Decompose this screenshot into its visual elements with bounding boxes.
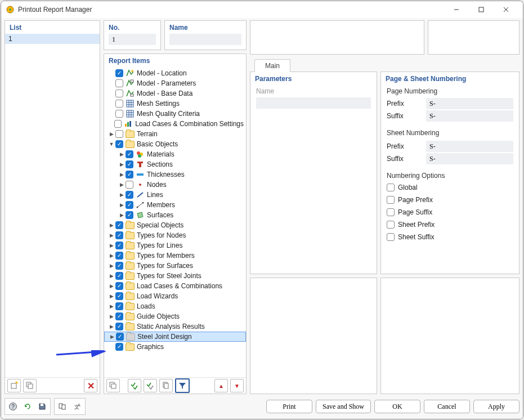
tree-caret[interactable]: ▶	[118, 162, 126, 167]
tree-caret[interactable]: ▶	[108, 303, 115, 309]
tree-row[interactable]: ▶Thicknesses	[104, 169, 246, 180]
tree-checkbox[interactable]	[126, 181, 133, 189]
list-item[interactable]: 1	[5, 34, 100, 44]
tree-checkbox[interactable]	[126, 171, 133, 178]
tree-row[interactable]: ▶Members	[104, 200, 246, 210]
delete-item-button[interactable]: ✕	[84, 379, 97, 392]
tree-row[interactable]: ▶Loads	[104, 301, 246, 311]
tree-row[interactable]: ▶Static Analysis Results	[104, 321, 246, 332]
tree-row[interactable]: ▶Types for Surfaces	[104, 261, 246, 271]
tree-caret[interactable]: ▶	[108, 314, 115, 319]
tree-caret[interactable]: ▶	[118, 212, 126, 218]
apply-button[interactable]: Apply	[473, 400, 519, 413]
minimize-button[interactable]	[444, 1, 469, 18]
duplicate-button[interactable]	[159, 379, 173, 392]
tree-row[interactable]: Mesh Quality Criteria	[104, 109, 246, 119]
tree-caret[interactable]: ▶	[108, 334, 116, 339]
page-suffix-field[interactable]	[426, 110, 513, 122]
tree-checkbox[interactable]	[115, 140, 123, 148]
save-button[interactable]	[35, 400, 49, 413]
copy-item-button[interactable]	[23, 379, 37, 392]
tree-row[interactable]: ▶Nodes	[104, 180, 246, 190]
cancel-button[interactable]: Cancel	[424, 400, 470, 413]
settings-pages-button[interactable]	[56, 400, 69, 413]
opt-sheet-suffix[interactable]: Sheet Suffix	[387, 231, 513, 243]
tree-checkbox[interactable]	[115, 323, 123, 330]
tree-caret[interactable]: ▶	[118, 192, 126, 198]
move-down-button[interactable]: ▼	[230, 379, 244, 392]
help-button[interactable]: ?	[6, 400, 20, 413]
report-items-tree[interactable]: Model - LocationModel - ParametersModel …	[104, 67, 246, 377]
tree-row[interactable]: ▶Special Objects	[104, 220, 246, 230]
tree-caret[interactable]: ▶	[108, 324, 115, 329]
tree-checkbox[interactable]	[115, 242, 123, 249]
tree-checkbox[interactable]	[115, 302, 123, 310]
tree-row[interactable]: Mesh Settings	[104, 99, 246, 109]
close-button[interactable]	[494, 1, 518, 18]
tree-checkbox[interactable]	[126, 201, 133, 209]
tree-row[interactable]: ▶Load Wizards	[104, 291, 246, 301]
print-button[interactable]: Print	[266, 400, 312, 413]
tree-row[interactable]: ▶Types for Nodes	[104, 230, 246, 240]
tree-row[interactable]: ▶Types for Members	[104, 251, 246, 261]
tree-checkbox[interactable]	[115, 272, 123, 280]
tree-checkbox[interactable]	[115, 110, 123, 118]
tree-checkbox[interactable]	[115, 79, 123, 87]
tree-caret[interactable]: ▶	[118, 182, 126, 187]
tree-checkbox[interactable]	[115, 130, 123, 138]
tree-checkbox[interactable]	[126, 160, 133, 168]
tree-checkbox[interactable]	[115, 90, 123, 97]
tree-checkbox[interactable]	[115, 69, 123, 77]
language-button[interactable]: 文A	[70, 400, 84, 413]
tab-main[interactable]: Main	[254, 59, 290, 72]
tree-caret[interactable]: ▶	[108, 263, 115, 269]
opt-page-prefix[interactable]: Page Prefix	[387, 194, 513, 205]
tree-caret[interactable]: ▶	[108, 273, 115, 279]
tree-checkbox[interactable]	[115, 282, 123, 290]
tree-checkbox[interactable]	[115, 292, 123, 300]
tree-row[interactable]: ▶Types for Steel Joints	[104, 271, 246, 281]
tree-row[interactable]: ▶Guide Objects	[104, 311, 246, 321]
filter-button[interactable]	[175, 378, 190, 393]
move-up-button[interactable]: ▲	[214, 379, 228, 392]
tree-caret[interactable]: ▶	[108, 253, 115, 258]
tree-caret[interactable]: ▶	[108, 283, 115, 289]
opt-sheet-prefix[interactable]: Sheet Prefix	[387, 219, 513, 230]
tree-row[interactable]: ▶Load Cases & Combinations	[104, 281, 246, 291]
tree-caret[interactable]: ▶	[118, 172, 126, 177]
tree-row[interactable]: ▶Steel Joint Design	[104, 332, 246, 342]
tree-row[interactable]: ▶Materials	[104, 149, 246, 159]
new-item-button[interactable]	[7, 379, 21, 392]
ok-button[interactable]: OK	[374, 400, 420, 413]
tree-checkbox[interactable]	[115, 252, 123, 260]
check-all-button[interactable]	[128, 379, 141, 392]
tree-caret[interactable]: ▶	[108, 131, 115, 137]
tree-caret[interactable]: ▶	[108, 222, 115, 228]
opt-page-suffix[interactable]: Page Suffix	[387, 207, 513, 218]
tree-caret[interactable]: ▶	[108, 293, 115, 299]
tree-checkbox[interactable]	[115, 100, 123, 108]
refresh-button[interactable]	[21, 400, 34, 413]
no-field[interactable]	[109, 34, 156, 45]
tree-caret[interactable]: ▶	[118, 202, 126, 208]
opt-global[interactable]: Global	[387, 182, 513, 193]
tree-row[interactable]: ▼Basic Objects	[104, 139, 246, 149]
tree-caret[interactable]: ▶	[108, 243, 115, 248]
uncheck-all-button[interactable]	[144, 379, 157, 392]
tree-row[interactable]: ▶Sections	[104, 159, 246, 169]
tree-row[interactable]: Model - Location	[104, 68, 246, 78]
name-field[interactable]	[169, 34, 241, 45]
list-body[interactable]: 1	[5, 34, 100, 377]
page-prefix-field[interactable]	[426, 98, 513, 109]
tree-checkbox[interactable]	[126, 191, 133, 199]
tree-copy-button[interactable]	[106, 379, 120, 392]
tree-checkbox[interactable]	[126, 211, 133, 219]
tree-checkbox[interactable]	[115, 231, 123, 239]
param-name-field[interactable]	[256, 97, 371, 109]
tree-checkbox[interactable]	[116, 333, 124, 341]
tree-checkbox[interactable]	[115, 262, 123, 270]
tree-caret[interactable]: ▶	[108, 233, 115, 238]
tree-caret[interactable]: ▼	[108, 141, 115, 147]
tree-checkbox[interactable]	[126, 150, 133, 158]
save-and-show-button[interactable]: Save and Show	[316, 400, 371, 413]
